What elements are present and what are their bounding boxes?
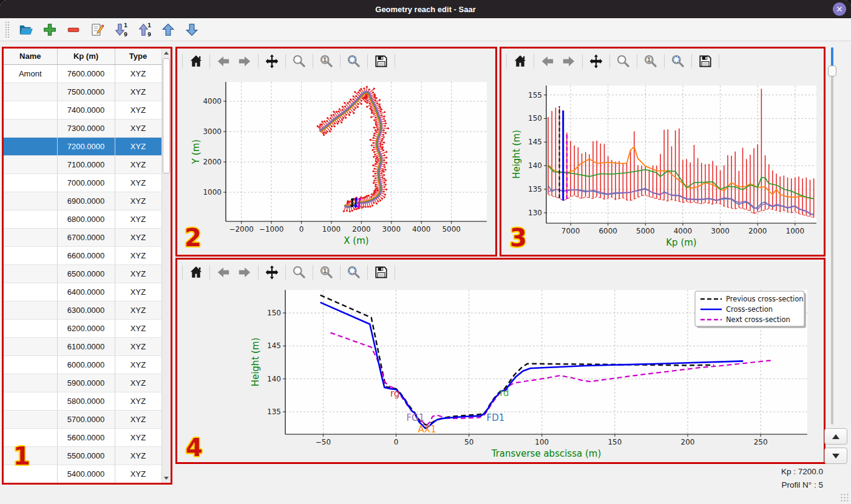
zoom-icon[interactable] [291,264,307,280]
table-row[interactable]: 5600.0000XYZ [4,428,161,446]
open-folder-icon[interactable] [18,22,34,38]
add-row-icon[interactable] [42,22,58,38]
zoom-icon[interactable] [615,53,631,69]
table-cell[interactable]: 5600.0000 [57,428,115,446]
column-header-name[interactable]: Name [4,49,57,64]
table-cell[interactable]: XYZ [115,210,161,228]
table-cell[interactable] [4,392,57,410]
table-cell[interactable]: 5800.0000 [57,392,115,410]
table-cell[interactable]: XYZ [115,64,161,82]
profile-down-button[interactable] [824,448,847,464]
table-cell[interactable]: XYZ [115,82,161,101]
table-row[interactable]: 6300.0000XYZ [4,301,161,319]
table-row[interactable]: 7100.0000XYZ [4,155,161,173]
scroll-up-button[interactable] [162,49,171,58]
table-cell[interactable]: XYZ [115,137,161,155]
zoom-one-icon[interactable]: 1 [319,264,334,280]
table-row[interactable]: 6200.0000XYZ [4,319,161,337]
table-cell[interactable] [4,210,57,228]
home-icon[interactable] [188,264,204,280]
table-row[interactable]: 7400.0000XYZ [4,101,161,119]
edit-icon[interactable] [89,22,105,38]
table-row[interactable]: 7500.0000XYZ [4,82,161,101]
pan-icon[interactable] [264,53,280,69]
table-cell[interactable]: 6500.0000 [57,264,115,283]
home-icon[interactable] [188,53,204,69]
table-cell[interactable]: 5500.0000 [57,446,115,465]
table-cell[interactable]: 7300.0000 [57,119,115,137]
table-row[interactable]: 6700.0000XYZ [4,228,161,246]
table-cell[interactable] [4,283,57,301]
back-icon[interactable] [215,264,231,280]
move-down-icon[interactable] [184,22,200,38]
table-cell[interactable] [4,137,57,155]
table-cell[interactable]: XYZ [115,173,161,192]
table-cell[interactable]: XYZ [115,246,161,264]
table-cell[interactable]: XYZ [115,410,161,428]
table-cell[interactable]: XYZ [115,465,161,483]
table-cell[interactable] [4,410,57,428]
save-icon[interactable] [373,264,389,280]
table-cell[interactable] [4,301,57,319]
table-cell[interactable]: 6800.0000 [57,210,115,228]
cross-section-figure[interactable]: −50050100150200250135140145150Transverse… [177,285,824,462]
table-row[interactable]: 6900.0000XYZ [4,192,161,210]
table-row[interactable]: 5700.0000XYZ [4,410,161,428]
table-cell[interactable]: XYZ [115,155,161,173]
table-cell[interactable] [4,192,57,210]
table-cell[interactable] [4,101,57,119]
table-scrollbar[interactable] [161,49,171,483]
remove-row-icon[interactable] [66,22,81,38]
zoom-region-icon[interactable] [346,53,362,69]
table-cell[interactable]: XYZ [115,301,161,319]
table-cell[interactable]: 6600.0000 [57,246,115,264]
table-row[interactable]: 6500.0000XYZ [4,264,161,283]
table-cell[interactable]: XYZ [115,355,161,374]
table-cell[interactable] [4,319,57,337]
table-cell[interactable]: 7100.0000 [57,155,115,173]
profile-up-button[interactable] [824,428,847,445]
table-cell[interactable]: 7600.0000 [57,64,115,82]
table-cell[interactable]: 6400.0000 [57,283,115,301]
table-cell[interactable]: XYZ [115,101,161,119]
table-cell[interactable] [4,173,57,192]
table-cell[interactable]: XYZ [115,446,161,465]
table-cell[interactable]: 6200.0000 [57,319,115,337]
table-cell[interactable]: 6900.0000 [57,192,115,210]
zoom-one-icon[interactable]: 1 [319,53,334,69]
pan-icon[interactable] [264,264,280,280]
table-cell[interactable]: 6100.0000 [57,337,115,355]
table-cell[interactable]: XYZ [115,319,161,337]
table-row[interactable]: 5500.0000XYZ [4,446,161,465]
table-row[interactable]: 5900.0000XYZ [4,374,161,392]
profile-position-slider[interactable] [828,47,836,425]
table-cell[interactable] [4,428,57,446]
forward-icon[interactable] [561,53,577,69]
table-cell[interactable]: 5700.0000 [57,410,115,428]
table-cell[interactable]: XYZ [115,192,161,210]
table-cell[interactable] [4,337,57,355]
table-row[interactable]: 6800.0000XYZ [4,210,161,228]
slider-track[interactable] [831,47,833,425]
sort-descending-icon[interactable]: 19 [113,22,129,38]
back-icon[interactable] [540,53,555,69]
table-cell[interactable] [4,264,57,283]
home-icon[interactable] [512,53,528,69]
table-cell[interactable]: 6300.0000 [57,301,115,319]
table-cell[interactable]: Amont [4,64,57,82]
scroll-down-button[interactable] [162,474,171,483]
table-cell[interactable] [4,355,57,374]
zoom-region-icon[interactable] [346,264,362,280]
table-cell[interactable] [4,465,57,483]
table-row[interactable]: 6000.0000XYZ [4,355,161,374]
resize-grip[interactable] [840,493,849,502]
table-cell[interactable]: XYZ [115,119,161,137]
table-cell[interactable] [4,246,57,264]
sort-ascending-icon[interactable]: 19 [137,22,152,38]
table-cell[interactable]: 5400.0000 [57,465,115,483]
save-icon[interactable] [373,53,389,69]
table-row[interactable]: 6400.0000XYZ [4,283,161,301]
pan-icon[interactable] [588,53,604,69]
move-up-icon[interactable] [160,22,176,38]
zoom-region-icon[interactable] [670,53,686,69]
